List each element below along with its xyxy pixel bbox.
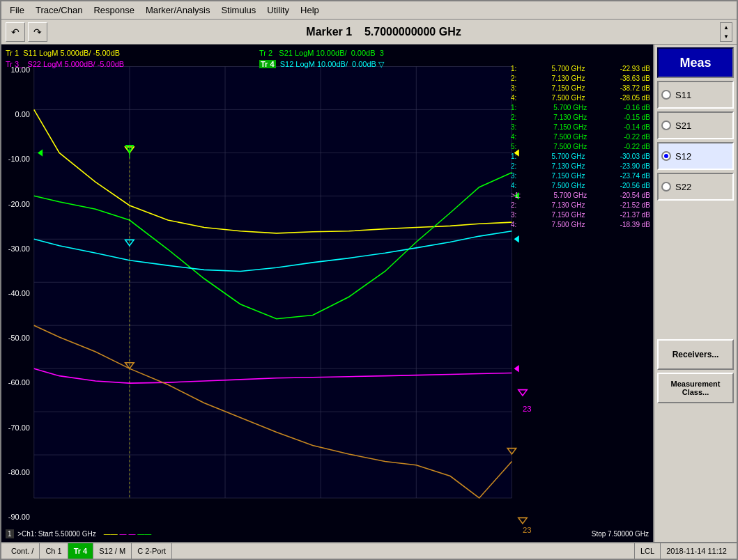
ref-arrow-cyan [514,235,519,243]
tr4-badge: Tr 4 [259,60,276,68]
menu-file[interactable]: File [4,3,30,17]
s11-radio[interactable] [661,90,671,100]
trace-label-tr1: Tr 1 S11 LogM 5.000dB/ -5.00dB [6,47,124,59]
y-label-n90: -90.00 [1,513,33,521]
undo-button[interactable]: ↶ [6,22,25,42]
s11-button[interactable]: S11 [657,81,734,109]
redo-button[interactable]: ↷ [28,22,47,42]
s21-radio[interactable] [661,120,671,130]
y-label-n40: -40.00 [1,289,33,297]
y-label-0: 0.00 [1,110,33,118]
marker-23-tri-top [518,390,527,396]
mdata-row-11: 3:7.150 GHz-23.74 dB [511,171,650,181]
menu-response[interactable]: Response [88,3,140,17]
s22-radio[interactable] [661,182,671,192]
trace-label-tr2: Tr 2 S21 LogM 10.00dB/ 0.00dB 3 [259,47,384,59]
s22-button[interactable]: S22 [657,173,734,201]
y-label-n20: -20.00 [1,200,33,208]
status-port: C 2-Port [132,543,172,559]
receivers-button[interactable]: Receivers... [657,339,734,370]
mdata-row-8: 5:7.500 GHz-0.22 dB [511,142,650,152]
marker-23-top: 23 [523,405,532,413]
mdata-row-0: 1:5.700 GHz-22.93 dB [511,64,650,74]
marker-value: 5.7000000000 GHz [364,26,461,38]
status-lcl: LCL [635,543,661,559]
y-axis: 10.00 0.00 -10.00 -20.00 -30.00 -40.00 -… [1,65,33,521]
menu-marker-analysis[interactable]: Marker/Analysis [140,3,215,17]
status-cont: Cont. / [6,543,40,559]
measurement-class-button[interactable]: MeasurementClass... [657,373,734,403]
marker-23-tri-bottom [518,518,527,523]
trace-label-tr4-container: Tr 4 S12 LogM 10.00dB/ 0.00dB ▽ [259,59,384,70]
mdata-row-10: 2:7.130 GHz-23.90 dB [511,162,650,171]
mdata-row-3: 4:7.500 GHz-28.05 dB [511,93,650,103]
y-label-n60: -60.00 [1,378,33,387]
status-tr4: Tr 4 [68,543,94,559]
trace-labels-right: Tr 2 S21 LogM 10.00dB/ 0.00dB 3 Tr 4 S12… [259,47,384,70]
mdata-row-16: 4:7.500 GHz-18.39 dB [511,220,650,230]
mdata-row-12: 4:7.500 GHz-20.56 dB [511,181,650,191]
status-ch1: Ch 1 [40,543,68,559]
meas-button[interactable]: Meas [657,47,734,78]
mdata-row-4: 1:5.700 GHz-0.16 dB [511,103,650,113]
marker-display: Marker 1 5.7000000000 GHz [50,26,717,38]
menu-trace-chan[interactable]: Trace/Chan [30,3,88,17]
mdata-row-15: 3:7.150 GHz-21.37 dB [511,210,650,220]
y-label-n30: -30.00 [1,244,33,253]
y-label-n80: -80.00 [1,468,33,476]
statusbar: Cont. / Ch 1 Tr 4 S12 / M C 2-Port LCL 2… [1,542,737,559]
status-datetime: 2018-11-14 11:12 [661,543,732,559]
mdata-row-9: 1:5.700 GHz-30.03 dB [511,152,650,162]
scroll-buttons: ▲ ▼ [720,22,732,42]
mdata-row-1: 2:7.130 GHz-38.63 dB [511,74,650,84]
menubar: File Trace/Chan Response Marker/Analysis… [1,1,737,20]
y-label-n50: -50.00 [1,334,33,342]
ref-arrow-magenta [514,365,519,373]
status-meas: S12 / M [93,543,132,559]
mdata-row-13: >1:5.700 GHz-20.54 dB [511,191,650,201]
main-window: File Trace/Chan Response Marker/Analysis… [0,0,738,560]
x-axis-labels: 1 >Ch1: Start 5.50000 GHz —— — — —— Stop… [1,530,653,538]
ch1-indicator: 1 [6,529,14,538]
mdata-row-6: 3:7.150 GHz-0.14 dB [511,123,650,132]
mdata-row-14: 2:7.130 GHz-21.52 dB [511,201,650,210]
tr4-marker: ▽ [378,60,384,68]
x-start-label: 1 >Ch1: Start 5.50000 GHz —— — — —— [6,530,151,538]
menu-utility[interactable]: Utility [261,3,295,17]
s21-button[interactable]: S21 [657,111,734,139]
marker-label: Marker 1 [306,26,352,38]
s12-radio[interactable] [661,151,671,161]
status-spacer [172,543,635,559]
mdata-row-5: 2:7.130 GHz-0.15 dB [511,113,650,123]
x-stop-label: Stop 7.50000 GHz [592,530,649,538]
trace-label-tr3: Tr 3_ S22 LogM 5.000dB/ -5.00dB [6,59,124,70]
menu-help[interactable]: Help [295,3,325,17]
trace-labels-left: Tr 1 S11 LogM 5.000dB/ -5.00dB Tr 3_ S22… [6,47,124,70]
right-sidebar: Meas S11 S21 S12 S22 [653,45,737,542]
y-label-n10: -10.00 [1,155,33,163]
trace-label-tr4: S12 LogM 10.00dB/ 0.00dB [278,60,376,68]
s12-radio-dot [664,154,668,158]
mdata-row-2: 3:7.150 GHz-38.72 dB [511,84,650,93]
menu-stimulus[interactable]: Stimulus [215,3,261,17]
toolbar: ↶ ↷ Marker 1 5.7000000000 GHz ▲ ▼ [1,20,737,45]
mdata-row-7: 4:7.500 GHz-0.22 dB [511,132,650,142]
marker-data-panel: 1:5.700 GHz-22.93 dB 2:7.130 GHz-38.63 d… [511,64,650,230]
chart-area: Tr 1 S11 LogM 5.000dB/ -5.00dB Tr 3_ S22… [1,45,653,542]
y-label-n70: -70.00 [1,423,33,432]
s12-button[interactable]: S12 [657,142,734,170]
main-content: Tr 1 S11 LogM 5.000dB/ -5.00dB Tr 3_ S22… [1,45,737,542]
scroll-up-button[interactable]: ▲ [721,23,732,32]
scroll-down-button[interactable]: ▼ [721,32,732,41]
